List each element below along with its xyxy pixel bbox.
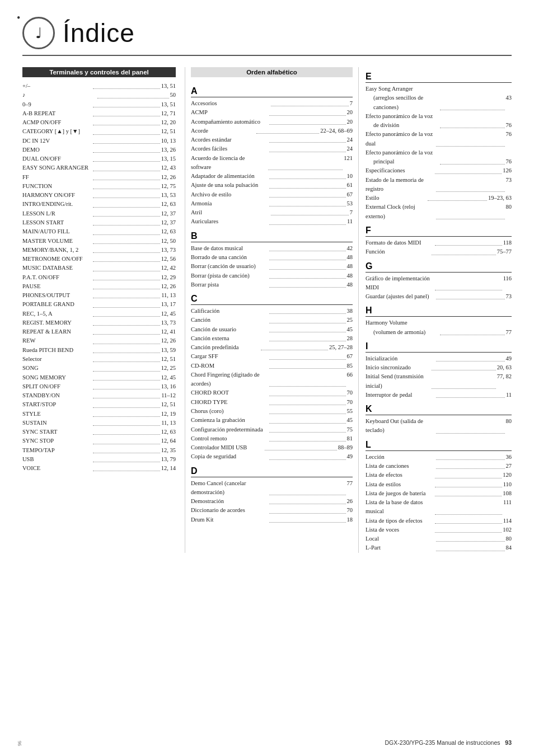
entry-dots [93, 455, 160, 462]
list-item: Controlador MIDI USB88–89 [191, 443, 353, 452]
entry-page: 50 [170, 91, 176, 100]
entry-dots [271, 99, 349, 106]
entry-name: (arreglos sencillos de canciones) [366, 93, 439, 112]
entry-page: 13, 17 [161, 300, 176, 309]
list-item: REW12, 26 [22, 336, 176, 345]
page: • ♩ Índice Terminales y controles del pa… [0, 0, 534, 756]
entry-page: 76 [506, 157, 512, 166]
entry-name: STANDBY/ON [22, 391, 92, 400]
entry-dots [269, 352, 345, 359]
entry-page: 80 [506, 203, 512, 221]
entry-dots [435, 489, 502, 496]
entry-name: MEMORY/BANK, 1, 2 [22, 246, 92, 255]
entry-dots [436, 130, 504, 147]
entry-page: 81 [347, 434, 353, 443]
entry-name: Lección [366, 453, 435, 462]
entry-name: MUSIC DATABASE [22, 264, 92, 273]
entry-name: CHORD TYPE [191, 398, 268, 407]
entry-page: 13, 73 [161, 246, 176, 255]
entry-page: 12, 41 [161, 327, 176, 336]
entry-dots [93, 273, 160, 280]
entry-name: Keyboard Out (salida de teclado) [366, 417, 435, 435]
entry-name: principal [366, 157, 439, 166]
entry-name: Gráfico de implementación MIDI [366, 274, 434, 293]
entry-page: 49 [506, 354, 512, 363]
entry-name: Diccionario de acordes [191, 506, 268, 515]
music-note-icon: ♩ [35, 25, 42, 42]
entry-page: 12, 35 [161, 446, 176, 455]
entry-dots [436, 462, 504, 469]
entry-name: P.A.T. ON/OFF [22, 273, 92, 282]
entry-name: ACMP [191, 108, 268, 117]
entry-page: 13, 51 [161, 82, 176, 91]
entry-page: 20 [347, 108, 353, 117]
list-item: Drum Kit18 [191, 515, 353, 524]
alpha-letter-right-K: K [366, 404, 512, 415]
entry-dots [269, 515, 345, 523]
list-item: Lista de juegos de batería108 [366, 489, 512, 498]
entry-page: 28 [347, 334, 353, 343]
list-item: INTRO/ENDING/rit.12, 63 [22, 200, 176, 209]
content-columns: Terminales y controles del panel +/–13, … [22, 67, 512, 553]
list-item: Borrar (pista de canción)48 [191, 271, 353, 280]
entry-name: +/– [22, 82, 92, 91]
entry-dots [436, 417, 504, 434]
list-item: SONG12, 25 [22, 364, 176, 373]
entry-dots [93, 173, 160, 180]
entry-page: 53 [347, 199, 353, 208]
entry-dots [93, 191, 160, 198]
list-item: Acuerdo de licencia de software121 [191, 154, 353, 172]
entry-name: Armonía [191, 199, 268, 208]
entry-page: 19–23, 63 [488, 194, 512, 203]
list-item: CD-ROM85 [191, 361, 353, 370]
entry-page: 22–24, 68–69 [320, 126, 353, 135]
entry-dots [93, 246, 160, 253]
entry-name: Efecto panorámico de la voz [366, 148, 512, 157]
list-item: Archivo de estilo67 [191, 190, 353, 199]
entry-page: 24 [347, 135, 353, 144]
entry-page: 12, 20 [161, 118, 176, 127]
entry-dots [269, 361, 345, 369]
entry-page: 48 [347, 271, 353, 280]
entry-name: MAIN/AUTO FILL [22, 227, 92, 236]
entry-dots [269, 244, 345, 251]
entry-name: Lista de efectos [366, 471, 434, 480]
list-item: Lista de canciones27 [366, 462, 512, 471]
entry-dots [93, 382, 160, 389]
entry-name: USB [22, 455, 92, 464]
entry-name: Configuración predeterminada [191, 425, 268, 434]
entry-dots [93, 145, 160, 153]
panel-controls-column: Terminales y controles del panel +/–13, … [22, 67, 185, 553]
entry-name: Chorus (coro) [191, 407, 268, 416]
entry-page: 102 [503, 525, 512, 534]
list-item: External Clock (reloj externo)80 [366, 203, 512, 221]
list-item: ACMP20 [191, 108, 353, 117]
entry-dots [436, 453, 504, 460]
entry-page: 12, 26 [161, 282, 176, 291]
entry-page: 12, 64 [161, 436, 176, 445]
entry-page: 13, 16 [161, 382, 176, 391]
list-item: Base de datos musical42 [191, 244, 353, 253]
list-item: TEMPO/TAP12, 35 [22, 446, 176, 455]
list-item: Calificación38 [191, 307, 353, 316]
entry-dots [432, 247, 495, 255]
entry-page: 76 [506, 121, 512, 130]
entry-page: 88–89 [338, 443, 353, 452]
entry-name: External Clock (reloj externo) [366, 203, 435, 221]
entry-page: 70 [347, 398, 353, 407]
entry-name: Canción predefinida [191, 343, 260, 352]
entry-name: SONG MEMORY [22, 373, 92, 382]
list-item: Atril7 [191, 208, 353, 217]
list-item: Lista de tipos de efectos114 [366, 516, 512, 525]
list-item: FUNCTION12, 75 [22, 182, 176, 191]
list-item: Formato de datos MIDI118 [366, 238, 512, 247]
entry-dots [436, 292, 504, 299]
entry-name: Demo Cancel (cancelar demostración) [191, 479, 268, 497]
entry-page: 11, 13 [161, 419, 176, 428]
entry-dots [93, 346, 160, 353]
entry-dots [93, 118, 160, 125]
entry-name: ♪ [22, 91, 96, 100]
entry-page: 12, 25 [161, 364, 176, 373]
entry-page: 45 [347, 416, 353, 425]
entry-page: 13, 79 [161, 455, 176, 464]
